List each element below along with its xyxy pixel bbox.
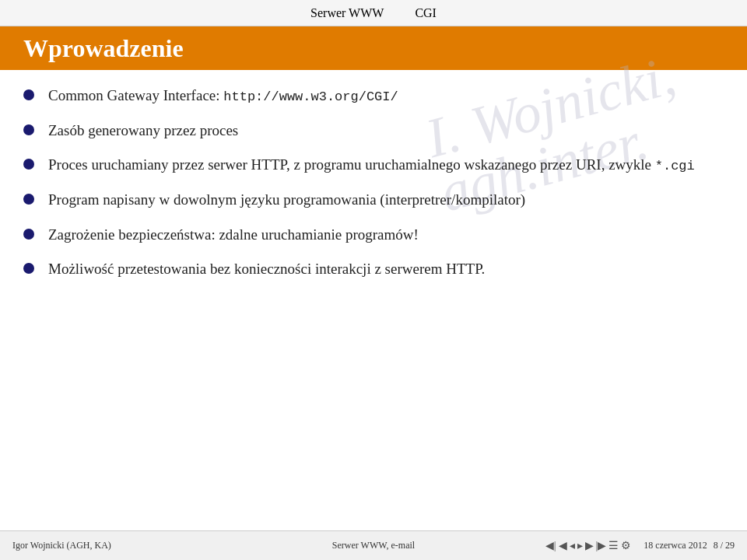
footer-author: Igor Wojnicki (AGH, KA) (12, 540, 253, 551)
bullet-dot (23, 263, 34, 274)
footer-right: ◀| ◀ ◂ ▸ ▶ |▶ ☰ ⚙ 18 czerwca 2012 8 / 29 (494, 539, 735, 552)
list-item: Common Gateway Interface: http://www.w3.… (23, 86, 724, 107)
list-item: Proces uruchamiany przez serwer HTTP, z … (23, 155, 724, 176)
list-item: Zasób generowany przez proces (23, 121, 724, 142)
nav-next-icon[interactable]: ▶ (585, 539, 594, 552)
code-cgi: *.cgi (655, 159, 695, 173)
footer: Igor Wojnicki (AGH, KA) Serwer WWW, e-ma… (0, 530, 747, 560)
list-item: Zagrożenie bezpieczeństwa: zdalne urucha… (23, 225, 724, 246)
bullet-text: Proces uruchamiany przez serwer HTTP, z … (48, 155, 724, 176)
nav-prev-icon[interactable]: ◀ (559, 539, 567, 552)
nav-item-serwer[interactable]: Serwer WWW (310, 6, 384, 20)
page-title: Wprowadzenie (23, 34, 184, 63)
bullet-text: Zasób generowany przez proces (48, 121, 724, 142)
nav-menu-icon[interactable]: ☰ (608, 539, 619, 552)
title-bar: Wprowadzenie (0, 26, 747, 70)
nav-item-cgi[interactable]: CGI (415, 6, 437, 20)
nav-section-next-icon[interactable]: ▸ (577, 539, 583, 552)
nav-first-icon[interactable]: ◀| (545, 539, 556, 552)
nav-search-icon[interactable]: ⚙ (621, 539, 631, 552)
bullet-dot (23, 229, 34, 240)
footer-title: Serwer WWW, e-mail (253, 540, 493, 551)
bullet-dot (23, 89, 34, 100)
bullet-dot (23, 159, 34, 170)
bullet-text: Zagrożenie bezpieczeństwa: zdalne urucha… (48, 225, 724, 246)
bullet-text: Program napisany w dowolnym języku progr… (48, 190, 724, 211)
bullet-text: Możliwość przetestowania bez koniecznośc… (48, 259, 724, 280)
nav-section-prev-icon[interactable]: ◂ (570, 539, 575, 552)
nav-last-icon[interactable]: |▶ (596, 539, 607, 552)
bullet-text: Common Gateway Interface: http://www.w3.… (48, 86, 724, 107)
list-item: Program napisany w dowolnym języku progr… (23, 190, 724, 211)
footer-nav-icons[interactable]: ◀| ◀ ◂ ▸ ▶ |▶ ☰ ⚙ (545, 539, 632, 552)
bullet-list: Common Gateway Interface: http://www.w3.… (23, 86, 724, 280)
code-url: http://www.w3.org/CGI/ (223, 89, 398, 104)
main-content: Common Gateway Interface: http://www.w3.… (23, 70, 724, 521)
footer-date: 18 czerwca 2012 (644, 540, 707, 551)
bullet-dot (23, 124, 34, 135)
top-navigation: Serwer WWW CGI (0, 0, 747, 26)
bullet-dot (23, 194, 34, 205)
list-item: Możliwość przetestowania bez koniecznośc… (23, 259, 724, 280)
footer-page: 8 / 29 (714, 540, 735, 551)
